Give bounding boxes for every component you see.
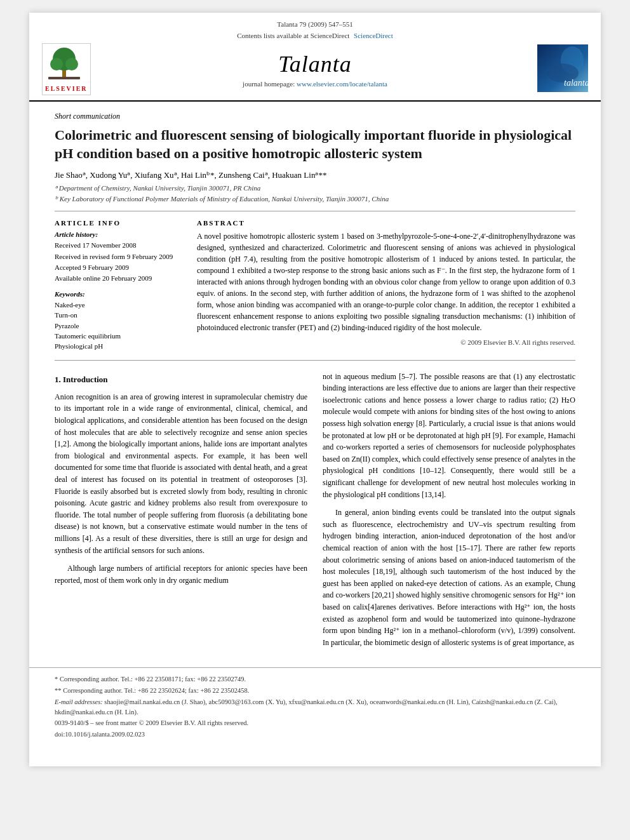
elsevier-logo-box: ELSEVIER (42, 43, 91, 95)
talanta-logo-right: talanta (531, 44, 588, 95)
abstract-col: ABSTRACT A novel positive homotropic all… (197, 219, 575, 352)
footnote-corresponding2: ** Corresponding author. Tel.: +86 22 23… (55, 686, 575, 696)
body-para2-text: Although large numbers of artificial rec… (55, 564, 307, 585)
svg-point-3 (50, 58, 63, 70)
body-right-col: not in aqueous medium [5–7]. The possibl… (323, 371, 575, 655)
keyword-naked-eye: Naked-eye (55, 300, 182, 310)
contents-available-line: Contents lists available at ScienceDirec… (42, 32, 588, 39)
header-inner: ELSEVIER Talanta journal homepage: www.e… (42, 43, 588, 95)
divider-1 (55, 211, 575, 211)
svg-rect-5 (48, 77, 80, 79)
history-online: Available online 20 February 2009 (55, 274, 182, 283)
contents-text: Contents lists available at ScienceDirec… (237, 32, 349, 39)
abstract-copyright: © 2009 Elsevier B.V. All rights reserved… (197, 338, 575, 346)
header-bottom-spacer (42, 95, 588, 100)
section1-heading: 1. Introduction (55, 373, 307, 386)
article-info-col: ARTICLE INFO Article history: Received 1… (55, 219, 182, 352)
svg-point-4 (65, 58, 78, 70)
journal-info-top: Talanta 79 (2009) 547–551 (42, 20, 588, 28)
article-content: Short communication Colorimetric and flu… (29, 112, 601, 361)
keyword-tautomeric: Tautomeric equilibrium (55, 331, 182, 341)
authors-line: Jie Shaoᵃ, Xudong Yuᵃ, Xiufang Xuᵃ, Hai … (55, 170, 575, 180)
affiliation-b: ᵇ Key Laboratory of Functional Polymer M… (55, 195, 575, 203)
journal-header: Talanta 79 (2009) 547–551 Contents lists… (29, 13, 601, 102)
elsevier-label: ELSEVIER (45, 85, 88, 92)
journal-title-center: Talanta journal homepage: www.elsevier.c… (99, 51, 531, 88)
divider-2 (55, 360, 575, 361)
email-label: E-mail addresses: (55, 698, 103, 705)
info-abstract-cols: ARTICLE INFO Article history: Received 1… (55, 219, 575, 352)
keyword-pyrazole: Pyrazole (55, 321, 182, 331)
journal-homepage: journal homepage: www.elsevier.com/locat… (99, 80, 531, 88)
body-paragraph-2: Although large numbers of artificial rec… (55, 563, 307, 586)
keywords-label: Keywords: (55, 290, 182, 298)
body-right-para1: not in aqueous medium [5–7]. The possibl… (323, 371, 575, 501)
sciencedirect-link[interactable]: ScienceDirect (354, 32, 393, 39)
footnote-doi: doi:10.1016/j.talanta.2009.02.023 (55, 730, 575, 740)
body-right-para2: In general, anion binding events could b… (323, 507, 575, 648)
body-right-para2-text: In general, anion binding events could b… (323, 508, 575, 647)
footnote-copyright: 0039-9140/$ – see front matter © 2009 El… (55, 718, 575, 728)
article-info-label: ARTICLE INFO (55, 219, 182, 227)
elsevier-tree-icon (45, 46, 83, 81)
footnote-corresponding1: * Corresponding author. Tel.: +86 22 235… (55, 674, 575, 684)
talanta-cover-image: talanta (537, 44, 588, 92)
authors-text: Jie Shaoᵃ, Xudong Yuᵃ, Xiufang Xuᵃ, Hai … (55, 170, 326, 180)
elsevier-logo: ELSEVIER (42, 43, 99, 95)
footnote-section: * Corresponding author. Tel.: +86 22 235… (29, 667, 601, 747)
talanta-cover-svg: talanta (537, 44, 588, 92)
keyword-physiological: Physiological pH (55, 342, 182, 351)
journal-volume-info: Talanta 79 (2009) 547–551 (277, 20, 352, 28)
history-accepted: Accepted 9 February 2009 (55, 263, 182, 272)
body-paragraph-1: Anion recognition is an area of growing … (55, 391, 307, 556)
footnote-emails: E-mail addresses: shaojie@mail.nankai.ed… (55, 697, 575, 717)
page: Talanta 79 (2009) 547–551 Contents lists… (29, 13, 601, 766)
email-addresses: shaojie@mail.nankai.edu.cn (J. Shao), ab… (55, 698, 558, 716)
body-para1-text: Anion recognition is an area of growing … (55, 392, 307, 555)
journal-url[interactable]: www.elsevier.com/locate/talanta (297, 80, 387, 88)
article-title: Colorimetric and fluorescent sensing of … (55, 126, 575, 163)
history-label: Article history: (55, 230, 182, 238)
affiliation-a: ᵃ Department of Chemistry, Nankai Univer… (55, 184, 575, 192)
history-received: Received 17 November 2008 (55, 241, 182, 250)
body-content: 1. Introduction Anion recognition is an … (29, 371, 601, 655)
svg-text:talanta: talanta (564, 78, 588, 88)
body-left-col: 1. Introduction Anion recognition is an … (55, 371, 307, 655)
abstract-label: ABSTRACT (197, 219, 575, 227)
keyword-turn-on: Turn-on (55, 310, 182, 320)
journal-name: Talanta (99, 51, 531, 77)
history-revised: Received in revised form 9 February 2009 (55, 252, 182, 262)
abstract-text: A novel positive homotropic allosteric s… (197, 230, 575, 333)
article-type: Short communication (55, 112, 575, 121)
body-two-col: 1. Introduction Anion recognition is an … (55, 371, 575, 655)
